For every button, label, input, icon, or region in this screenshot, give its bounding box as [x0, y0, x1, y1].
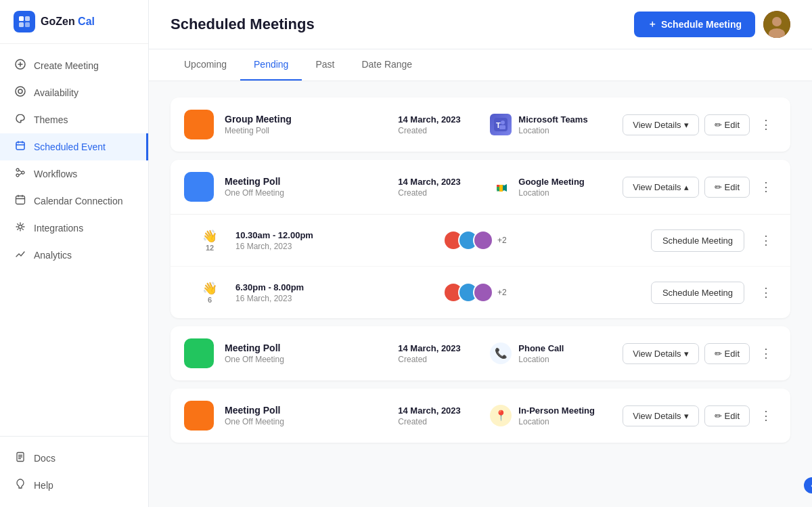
location-details: In-Person Meeting Location	[518, 405, 595, 426]
avatar	[763, 11, 790, 38]
sidebar-item-label: Workflows	[34, 169, 77, 179]
meeting-date: 14 March, 2023 Created	[398, 177, 479, 198]
svg-rect-11	[16, 196, 25, 204]
plus-icon: ＋	[648, 18, 657, 30]
meeting-date-text: 14 March, 2023	[398, 114, 479, 125]
svg-rect-0	[19, 16, 24, 21]
svg-point-14	[20, 487, 21, 489]
meeting-name: Group Meeting	[225, 114, 387, 125]
availability-icon	[14, 86, 27, 100]
view-details-button[interactable]: View Details ▴	[623, 177, 698, 198]
sidebar-item-calendar-connection[interactable]: Calendar Connection	[0, 188, 148, 215]
meeting-name: Meeting Poll	[225, 176, 387, 187]
create-meeting-icon	[14, 59, 27, 72]
location-name: In-Person Meeting	[518, 405, 595, 416]
scheduled-event-icon	[14, 140, 27, 154]
sidebar-item-workflows[interactable]: Workflows	[0, 160, 148, 188]
svg-point-12	[19, 225, 22, 229]
google-meet-icon	[490, 176, 512, 198]
more-options-button[interactable]: ⋮	[755, 343, 777, 364]
edit-button[interactable]: ✏ Edit	[704, 177, 750, 198]
view-details-button[interactable]: View Details ▾	[623, 405, 698, 426]
edit-label: Edit	[725, 349, 740, 359]
meeting-location: 📍 In-Person Meeting Location	[490, 405, 612, 426]
svg-point-20	[501, 120, 505, 125]
sidebar-item-label: Themes	[34, 114, 68, 125]
tabs-bar: Upcoming Pending Past Date Range	[149, 49, 812, 81]
analytics-icon	[14, 248, 27, 262]
svg-point-16	[772, 17, 782, 26]
logo-icon	[14, 11, 35, 32]
edit-button[interactable]: ✏ Edit	[704, 405, 750, 426]
view-details-label: View Details	[633, 182, 681, 192]
schedule-btn-label: Schedule Meeting	[661, 19, 742, 30]
topbar-right: ＋ Schedule Meeting	[634, 11, 790, 38]
edit-icon: ✏	[715, 411, 722, 421]
attendee-avatars: +2	[443, 230, 640, 250]
page-title: Scheduled Meetings	[171, 16, 315, 33]
meeting-card-4: Meeting Poll One Off Meeting 14 March, 2…	[171, 389, 790, 443]
svg-point-5	[16, 87, 25, 96]
location-name: Google Meeting	[518, 177, 585, 187]
phone-icon: 📞	[490, 343, 512, 364]
tab-past[interactable]: Past	[302, 49, 348, 81]
schedule-meeting-button[interactable]: Schedule Meeting	[651, 229, 744, 252]
pending-time: 10.30am - 12.00pm 16 March, 2023	[235, 230, 432, 251]
sidebar-item-label: Integrations	[34, 223, 83, 234]
meeting-name: Meeting Poll	[225, 343, 387, 353]
more-options-button[interactable]: ⋮	[755, 114, 777, 135]
svg-point-6	[18, 89, 22, 93]
tab-upcoming[interactable]: Upcoming	[171, 49, 240, 81]
edit-button[interactable]: ✏ Edit	[704, 114, 750, 135]
location-name: Phone Call	[518, 343, 564, 353]
view-details-button[interactable]: View Details ▾	[623, 114, 698, 135]
meeting-card-2: Meeting Poll One Off Meeting 14 March, 2…	[171, 160, 790, 318]
sidebar-item-docs[interactable]: Docs	[0, 445, 148, 472]
sidebar-item-analytics[interactable]: Analytics	[0, 242, 148, 269]
sidebar-item-help[interactable]: Help	[0, 472, 148, 499]
view-details-label: View Details	[633, 120, 681, 130]
view-details-button[interactable]: View Details ▾	[623, 343, 698, 364]
meeting-date-text: 14 March, 2023	[398, 343, 479, 353]
meeting-color-badge	[184, 338, 214, 368]
edit-button[interactable]: ✏ Edit	[704, 343, 750, 364]
sidebar-item-scheduled-event[interactable]: Scheduled Event	[0, 133, 148, 160]
sidebar-item-label: Docs	[34, 453, 55, 464]
schedule-meeting-button[interactable]: ＋ Schedule Meeting	[634, 12, 755, 37]
meeting-info: Meeting Poll One Off Meeting	[225, 176, 387, 198]
more-options-button[interactable]: ⋮	[755, 405, 777, 426]
pending-date: 16 March, 2023	[235, 294, 432, 303]
meeting-color-badge	[184, 401, 214, 431]
location-details: Phone Call Location	[518, 343, 564, 364]
meeting-date-text: 14 March, 2023	[398, 177, 479, 187]
meeting-location: 📞 Phone Call Location	[490, 343, 612, 364]
meeting-card-3: Meeting Poll One Off Meeting 14 March, 2…	[171, 326, 790, 380]
more-options-button[interactable]: ⋮	[755, 229, 777, 251]
wave-icon: 👋	[202, 229, 217, 244]
edit-icon: ✏	[715, 182, 722, 192]
schedule-meeting-button[interactable]: Schedule Meeting	[651, 282, 744, 304]
location-details: Google Meeting Location	[518, 177, 585, 198]
location-label: Location	[518, 126, 587, 135]
tab-date-range[interactable]: Date Range	[348, 49, 426, 81]
meeting-type: One Off Meeting	[225, 355, 387, 364]
tab-pending[interactable]: Pending	[240, 49, 302, 81]
pending-date: 16 March, 2023	[235, 242, 432, 251]
more-options-button[interactable]: ⋮	[755, 282, 777, 303]
location-label: Location	[518, 188, 585, 198]
sidebar-item-integrations[interactable]: Integrations	[0, 215, 148, 242]
main-content: Scheduled Meetings ＋ Schedule Meeting Up…	[149, 0, 812, 507]
card-actions: View Details ▾ ✏ Edit ⋮	[623, 114, 777, 135]
svg-point-10	[16, 174, 19, 177]
sidebar-item-create-meeting[interactable]: Create Meeting	[0, 52, 148, 79]
meeting-color-badge	[184, 172, 214, 202]
avatar-count: +2	[497, 236, 507, 245]
more-options-button[interactable]: ⋮	[755, 176, 777, 198]
sidebar-item-themes[interactable]: Themes	[0, 106, 148, 133]
meeting-status: Created	[398, 417, 479, 426]
location-name: Microsoft Teams	[518, 114, 587, 125]
avatar-count: +2	[497, 288, 507, 297]
time-range: 6.30pm - 8.00pm	[235, 282, 432, 292]
sidebar-item-availability[interactable]: Availability	[0, 79, 148, 106]
pending-slot-2: 👋 6 6.30pm - 8.00pm 16 March, 2023 +2 Sc…	[171, 267, 790, 318]
